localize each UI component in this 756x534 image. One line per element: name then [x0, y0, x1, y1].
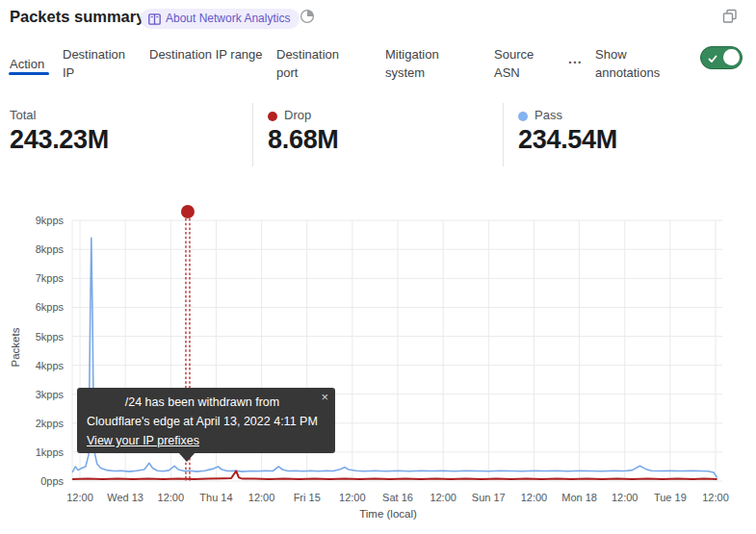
- annotation-dot: [181, 205, 195, 218]
- svg-text:12:00: 12:00: [430, 492, 456, 503]
- view-ip-prefixes-link[interactable]: View your IP prefixes: [87, 431, 199, 450]
- svg-text:Sun 17: Sun 17: [472, 492, 506, 503]
- drop-line: [72, 471, 717, 479]
- svg-text:Sat 16: Sat 16: [382, 492, 413, 503]
- svg-text:5kpps: 5kpps: [36, 331, 65, 343]
- svg-text:3kpps: 3kpps: [36, 389, 65, 400]
- svg-text:12:00: 12:00: [248, 492, 275, 503]
- tooltip-text-line2: Cloudflare's edge at April 13, 2022 4:11…: [87, 412, 326, 431]
- svg-text:2kpps: 2kpps: [36, 418, 65, 429]
- svg-text:9kpps: 9kpps: [36, 215, 65, 226]
- packets-chart-svg[interactable]: 9kpps8kpps7kpps6kpps5kpps4kpps3kpps2kpps…: [0, 0, 756, 534]
- svg-text:7kpps: 7kpps: [36, 272, 65, 284]
- svg-text:Tue 19: Tue 19: [654, 492, 687, 503]
- svg-text:Mon 18: Mon 18: [561, 492, 597, 503]
- svg-text:Fri 15: Fri 15: [294, 492, 321, 503]
- svg-text:0pps: 0pps: [40, 475, 64, 487]
- svg-text:12:00: 12:00: [702, 492, 729, 503]
- svg-text:1kpps: 1kpps: [36, 446, 65, 458]
- svg-text:12:00: 12:00: [521, 492, 548, 503]
- tooltip-text-line1: /24 has been withdrawn from: [87, 393, 326, 412]
- svg-text:8kpps: 8kpps: [36, 243, 65, 255]
- svg-text:Wed 13: Wed 13: [107, 492, 143, 503]
- packets-summary-panel: Packets summary About Network Analytics …: [0, 0, 756, 534]
- tooltip-pointer: [178, 452, 196, 462]
- tooltip-close-icon[interactable]: ×: [321, 391, 328, 403]
- svg-text:12:00: 12:00: [612, 492, 639, 503]
- svg-text:12:00: 12:00: [158, 492, 185, 503]
- svg-text:4kpps: 4kpps: [36, 360, 65, 371]
- annotation-tooltip: /24 has been withdrawn from Cloudflare's…: [77, 388, 335, 453]
- svg-text:12:00: 12:00: [339, 492, 366, 503]
- svg-text:6kpps: 6kpps: [36, 301, 65, 313]
- svg-text:Thu 14: Thu 14: [199, 492, 232, 503]
- svg-text:12:00: 12:00: [66, 492, 93, 503]
